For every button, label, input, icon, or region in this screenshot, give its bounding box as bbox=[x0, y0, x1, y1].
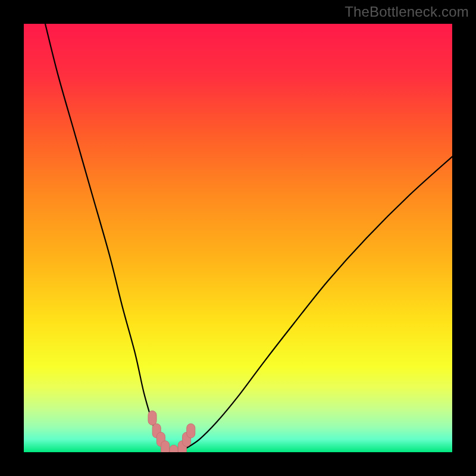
plot-area bbox=[24, 24, 452, 452]
curve-marker bbox=[148, 411, 156, 425]
curve-marker bbox=[161, 441, 170, 452]
bottleneck-curve bbox=[45, 24, 452, 452]
chart-frame: TheBottleneck.com bbox=[0, 0, 476, 476]
watermark-label: TheBottleneck.com bbox=[345, 4, 469, 20]
curve-marker bbox=[187, 424, 195, 438]
curve-layer bbox=[24, 24, 452, 452]
curve-markers bbox=[148, 411, 195, 452]
curve-marker bbox=[170, 445, 178, 452]
